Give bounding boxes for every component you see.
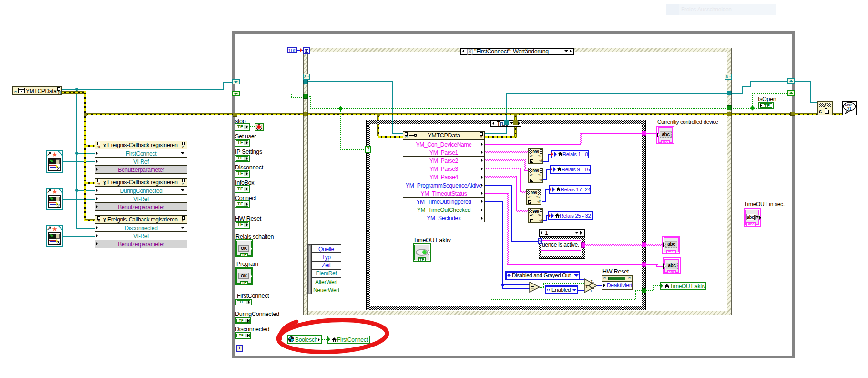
svg-text:T: T xyxy=(591,280,593,283)
svg-text:?!: ?! xyxy=(847,106,851,111)
svg-text:F: F xyxy=(591,289,593,293)
svg-text:?: ? xyxy=(585,284,588,289)
svg-text:=: = xyxy=(531,284,534,290)
